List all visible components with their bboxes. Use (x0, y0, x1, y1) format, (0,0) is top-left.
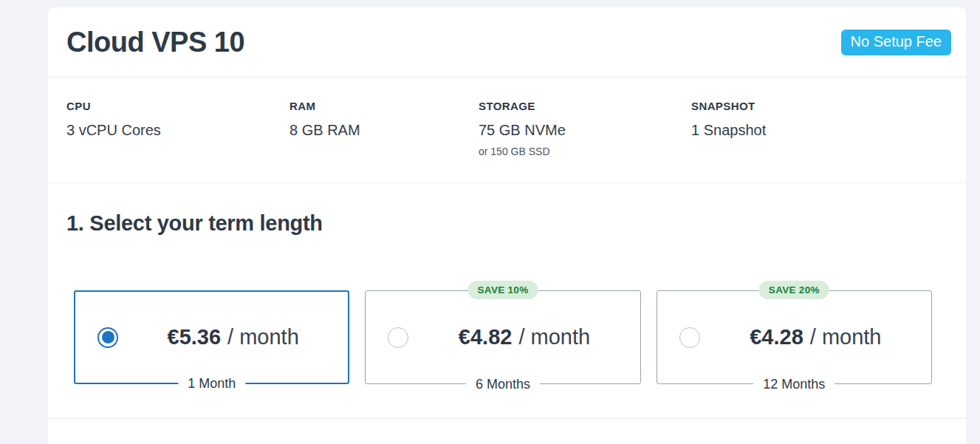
spec-storage-note: or 150 GB SSD (479, 146, 691, 157)
radio-6-months[interactable] (388, 327, 408, 348)
price-1-month: €5.36/ month (118, 325, 348, 349)
radio-1-month[interactable] (97, 327, 118, 348)
price-6-months-amount: €4.82 (459, 325, 513, 349)
plan-header: Cloud VPS 10 No Setup Fee (48, 7, 966, 78)
spec-ram-value: 8 GB RAM (289, 122, 479, 139)
spec-storage-value: 75 GB NVMe (479, 122, 691, 139)
price-6-months: €4.82/ month (408, 325, 640, 349)
price-1-month-per: / month (227, 325, 299, 349)
spec-storage-label: STORAGE (479, 100, 691, 112)
term-length-heading: 1. Select your term length (66, 211, 948, 236)
vps-plan-card: Cloud VPS 10 No Setup Fee CPU 3 vCPU Cor… (48, 7, 966, 444)
price-12-months: €4.28/ month (700, 325, 931, 349)
term-option-1-month[interactable]: €5.36/ month 1 Month (74, 290, 349, 384)
spec-ram: RAM 8 GB RAM (289, 100, 479, 182)
term-options-row: €5.36/ month 1 Month SAVE 10% €4.82/ mon… (74, 290, 948, 384)
plan-title: Cloud VPS 10 (66, 27, 244, 58)
term-label-6-months: 6 Months (466, 377, 540, 392)
price-1-month-amount: €5.36 (168, 325, 222, 349)
price-6-months-per: / month (518, 325, 590, 349)
spec-ram-label: RAM (289, 100, 479, 112)
term-option-12-months[interactable]: SAVE 20% €4.28/ month 12 Months (657, 290, 932, 384)
spec-cpu-label: CPU (66, 100, 289, 112)
no-setup-fee-badge: No Setup Fee (841, 30, 951, 55)
spec-snapshot-label: SNAPSHOT (691, 100, 766, 112)
spec-storage: STORAGE 75 GB NVMe or 150 GB SSD (479, 100, 691, 182)
term-option-6-months[interactable]: SAVE 10% €4.82/ month 6 Months (365, 290, 640, 384)
price-12-months-per: / month (810, 325, 882, 349)
term-label-1-month: 1 Month (178, 376, 245, 392)
save-badge-10: SAVE 10% (468, 281, 538, 299)
spec-cpu-value: 3 vCPU Cores (66, 122, 289, 139)
spec-snapshot: SNAPSHOT 1 Snapshot (691, 100, 766, 182)
spec-cpu: CPU 3 vCPU Cores (66, 100, 289, 182)
term-length-section: 1. Select your term length €5.36/ month … (48, 183, 966, 419)
term-label-12-months: 12 Months (753, 377, 835, 392)
spec-snapshot-value: 1 Snapshot (691, 122, 766, 139)
radio-1-month-dot (102, 331, 114, 344)
price-12-months-amount: €4.28 (750, 325, 803, 349)
save-badge-20: SAVE 20% (759, 281, 829, 299)
specs-row: CPU 3 vCPU Cores RAM 8 GB RAM STORAGE 75… (48, 78, 966, 183)
radio-12-months[interactable] (679, 327, 700, 348)
